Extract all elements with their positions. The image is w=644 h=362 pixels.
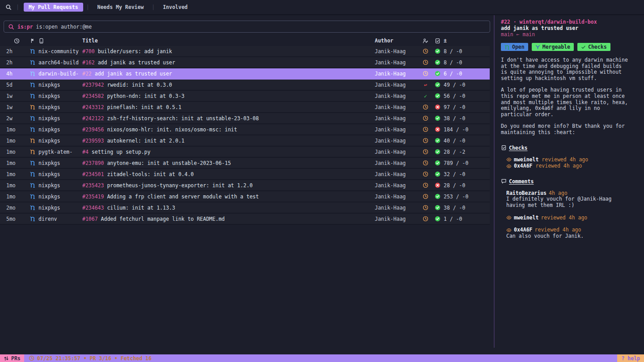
pr-description: I don't have access to any darwin machin… [501, 57, 635, 136]
pr-number: #242122 [82, 115, 104, 122]
ci-status-icon [432, 115, 444, 121]
pr-author: Janik-Haag [375, 138, 419, 144]
reviewer-name: mweinelt [514, 156, 538, 163]
comments-icon [501, 178, 507, 184]
pr-updated-at: 2h [6, 48, 27, 55]
pr-updated-at: 1mo [6, 149, 27, 155]
table-row[interactable]: 1monixpkgs#237890 anytone-emu: init at u… [0, 158, 490, 169]
table-row[interactable]: 5dnixpkgs#237942 rwedid: init at 0.3.0Ja… [0, 80, 490, 91]
pr-open-state-icon [27, 216, 38, 222]
tab-needs-my-review[interactable]: Needs My Review [93, 3, 149, 12]
review-entry: mweinelt reviewed 4h ago [506, 157, 644, 163]
table-row[interactable]: 2wnixpkgs#242122 zsh-fzf-history-search:… [0, 113, 490, 124]
pr-updated-at: 5d [6, 82, 27, 88]
pr-title: #239593 autokernel: init at 2.0.1 [82, 138, 375, 144]
table-row[interactable]: 5modirenv#1067 Added fetchurl manpage li… [0, 214, 490, 225]
table-row[interactable]: 2haarch64-build#162 add janik as trusted… [0, 57, 490, 68]
table-row[interactable]: 1monixpkgs#239456 nixos/osmo-hlr: init. … [0, 124, 490, 135]
pr-repo: nixpkgs [38, 126, 82, 133]
pr-author: Janik-Haag [375, 171, 419, 177]
eye-icon [506, 157, 512, 162]
review-status-icon [419, 216, 432, 222]
pr-repo: pygtk-atem- [38, 149, 82, 155]
table-row[interactable]: 1wnixpkgs#234582 python-ndn: init at 0.3… [0, 91, 490, 102]
pull-request-icon [504, 44, 510, 50]
table-row[interactable]: 1mopygtk-atem-#4 setting up setup.pyJani… [0, 147, 490, 158]
pr-preview-pane: #22 · winterqt/darwin-build-box add jani… [495, 15, 644, 348]
pr-title: #235419 Adding a frp client and server m… [82, 194, 375, 200]
pr-number: #235419 [82, 194, 104, 200]
pr-repo: direnv [38, 216, 82, 222]
pr-number: #4 [82, 149, 89, 155]
pr-author: Janik-Haag [375, 149, 419, 155]
pr-author: Janik-Haag [375, 104, 419, 110]
ci-status-icon [432, 194, 444, 199]
pr-repo: aarch64-build [38, 59, 82, 66]
pr-open-state-icon [27, 104, 38, 110]
tab-involved[interactable]: Involved [158, 3, 192, 12]
review-status-icon [419, 104, 432, 110]
table-row[interactable]: 1monixpkgs#235419 Adding a frp client an… [0, 191, 490, 202]
pr-author: Janik-Haag [375, 48, 419, 55]
status-bar: PRs 07/25 21:35:57 • PR 3/16 • Fetched 1… [0, 354, 644, 362]
badge-label: Checks [588, 44, 607, 50]
table-row[interactable]: 1monixpkgs#234501 zitadel-tools: init at… [0, 169, 490, 180]
review-meta: reviewed 4h ago [535, 163, 582, 169]
eye-icon [506, 215, 512, 220]
search-icon[interactable] [5, 4, 12, 10]
pr-lines-changed: 49 / -0 [444, 82, 482, 88]
ci-status-icon [432, 126, 444, 132]
pr-open-state-icon [27, 59, 38, 65]
pr-number: #237942 [82, 82, 104, 88]
pr-number: #700 [82, 48, 95, 55]
ci-status-icon [432, 93, 444, 99]
pr-number: #234501 [82, 171, 104, 177]
table-row[interactable]: 1monixpkgs#239593 autokernel: init at 2.… [0, 135, 490, 147]
review-status-icon [419, 194, 432, 199]
search-input[interactable]: is:pr is:open author:@me [4, 21, 490, 33]
comment-entry: RaitoBezarius4h agoI definitely vouch fo… [506, 190, 644, 209]
pull-request-icon [4, 356, 9, 361]
table-row[interactable]: 2hnix-community#700 builder/users: add j… [0, 46, 490, 57]
pr-open-state-icon [27, 171, 38, 177]
help-label: ? help [621, 355, 640, 362]
review-status-icon [419, 205, 432, 210]
pr-title: #234501 zitadel-tools: init at 0.4.0 [82, 171, 375, 177]
pr-open-state-icon [27, 82, 38, 88]
title-column-header: Title [82, 38, 375, 44]
tab-my-pull-requests[interactable]: My Pull Requests [24, 3, 83, 12]
pr-title: #237942 rwedid: init at 0.3.0 [82, 82, 375, 88]
table-row[interactable]: 4hdarwin-build-#22 add janik as trusted … [0, 68, 490, 80]
pr-open-state-icon [27, 205, 38, 210]
mode-indicator: PRs [0, 354, 24, 362]
pr-number: #239456 [82, 126, 104, 133]
pr-open-state-icon [27, 194, 38, 199]
table-row[interactable]: 2monixpkgs#234643 cilium: init at 1.13.3… [0, 202, 490, 214]
review-status-icon [419, 149, 432, 155]
pr-updated-at: 1mo [6, 126, 27, 133]
pr-author: Janik-Haag [375, 82, 419, 88]
ci-status-icon [432, 216, 444, 222]
review-status-icon [419, 48, 432, 54]
ci-column-icon [432, 38, 444, 44]
table-row[interactable]: 1monixpkgs#235423 prometheus-junos-tynan… [0, 180, 490, 191]
pr-repo: nixpkgs [38, 160, 82, 166]
table-row[interactable]: 1wnixpkgs#243312 pineflash: init at 0.5.… [0, 102, 490, 113]
comments-section: Comments RaitoBezarius4h agoI definitely… [501, 178, 644, 240]
pr-number: #235423 [82, 182, 104, 189]
table-header: Title Author ± [0, 35, 490, 46]
comment-entry: 0x4A6Freviewed 4h agoCan also vouch for … [506, 227, 644, 239]
pr-lines-changed: 32 / -0 [444, 171, 482, 177]
pr-updated-at: 1w [6, 93, 27, 99]
state-column-icon [27, 38, 38, 43]
pr-author: Janik-Haag [375, 194, 419, 200]
pr-updated-at: 4h [6, 71, 27, 77]
tab-separator: | [148, 4, 158, 10]
pr-lines-changed: 6 / -0 [444, 71, 482, 77]
comment-body: Can also vouch for Janik. [506, 233, 644, 240]
pr-lines-changed: 253 / -0 [444, 194, 482, 200]
mergeable-badge: Mergeable [532, 43, 574, 51]
open-badge: Open [501, 43, 528, 51]
ci-status-icon [432, 138, 444, 143]
main-area: is:pr is:open author:@me Title Author ± … [0, 15, 644, 348]
